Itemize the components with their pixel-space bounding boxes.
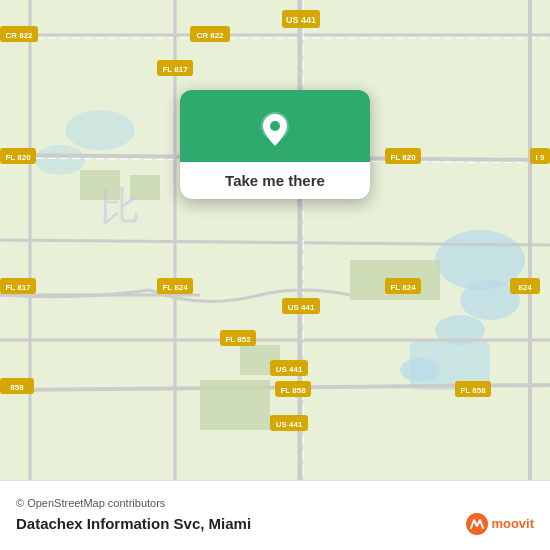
svg-text:FL 852: FL 852 bbox=[225, 335, 251, 344]
location-city-text: Miami bbox=[209, 515, 252, 532]
svg-text:比: 比 bbox=[100, 184, 140, 228]
svg-point-66 bbox=[270, 121, 280, 131]
map-container: 比 US 441 CR 822 CR 822 FL 817 FL 820 FL … bbox=[0, 0, 550, 480]
svg-text:US 441: US 441 bbox=[276, 365, 303, 374]
svg-text:CR 822: CR 822 bbox=[196, 31, 224, 40]
take-me-there-button[interactable]: Take me there bbox=[180, 162, 370, 199]
location-row: Datachex Information Svc, Miami moovit bbox=[16, 513, 534, 535]
svg-text:FL 824: FL 824 bbox=[390, 283, 416, 292]
svg-point-7 bbox=[400, 358, 440, 382]
svg-rect-26 bbox=[200, 380, 270, 430]
svg-text:858: 858 bbox=[10, 383, 24, 392]
moovit-icon bbox=[466, 513, 488, 535]
location-name: Datachex Information Svc, Miami bbox=[16, 515, 251, 532]
svg-text:824: 824 bbox=[518, 283, 532, 292]
svg-text:FL 858: FL 858 bbox=[280, 386, 306, 395]
bottom-bar: © OpenStreetMap contributors Datachex In… bbox=[0, 480, 550, 550]
svg-text:FL 858: FL 858 bbox=[460, 386, 486, 395]
location-name-text: Datachex Information Svc, bbox=[16, 515, 204, 532]
svg-text:FL 824: FL 824 bbox=[162, 283, 188, 292]
svg-text:CR 822: CR 822 bbox=[5, 31, 33, 40]
svg-text:US 441: US 441 bbox=[276, 420, 303, 429]
moovit-text: moovit bbox=[491, 516, 534, 531]
svg-text:FL 820: FL 820 bbox=[5, 153, 31, 162]
svg-text:FL 817: FL 817 bbox=[5, 283, 31, 292]
svg-point-4 bbox=[65, 110, 135, 150]
popup-card: Take me there bbox=[180, 90, 370, 199]
popup-pin-area bbox=[180, 90, 370, 162]
svg-text:I 9: I 9 bbox=[536, 153, 545, 162]
svg-text:FL 817: FL 817 bbox=[162, 65, 188, 74]
moovit-logo: moovit bbox=[466, 513, 534, 535]
svg-text:FL 820: FL 820 bbox=[390, 153, 416, 162]
svg-text:US 441: US 441 bbox=[288, 303, 315, 312]
svg-text:US 441: US 441 bbox=[286, 15, 316, 25]
location-pin-icon bbox=[253, 108, 297, 152]
map-attribution: © OpenStreetMap contributors bbox=[16, 497, 534, 509]
svg-point-5 bbox=[35, 145, 85, 175]
